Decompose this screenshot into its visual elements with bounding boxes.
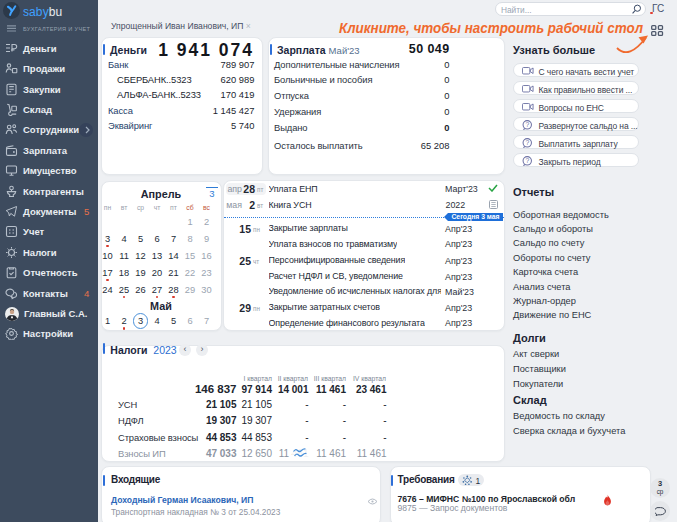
svg-text:?: ? bbox=[525, 139, 529, 146]
svg-text:Кликните, чтобы настроить рабо: Кликните, чтобы настроить рабочий стол bbox=[339, 19, 643, 36]
svg-text:?: ? bbox=[525, 121, 529, 128]
svg-text:?: ? bbox=[525, 157, 529, 164]
